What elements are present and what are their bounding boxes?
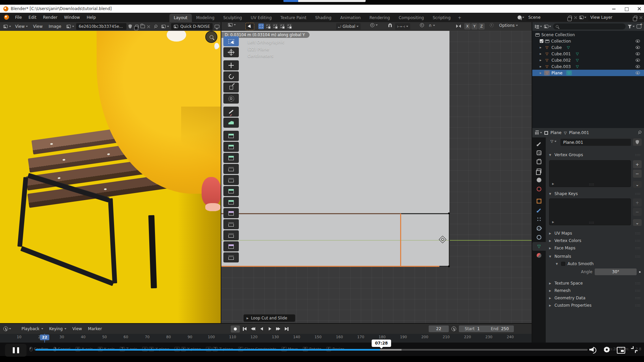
scene-browse-icon[interactable] [518, 15, 524, 19]
pivot-point-dropdown[interactable] [368, 23, 380, 27]
properties-tab-view-layer[interactable] [532, 167, 546, 175]
browse-image-icon[interactable] [64, 25, 76, 28]
panel-custom-properties[interactable]: ▶Custom Properties:::: [549, 302, 641, 309]
jump-to-start-button[interactable] [241, 325, 248, 333]
add-vertex-group-button[interactable]: + [633, 160, 642, 168]
breadcrumb-data[interactable]: Plane.001 [569, 130, 589, 135]
hide-eye-icon[interactable] [636, 40, 640, 43]
symmetry-z-button[interactable]: Z [478, 23, 485, 29]
hide-eye-icon[interactable] [636, 59, 640, 62]
properties-tab-material[interactable] [532, 251, 546, 260]
select-mode-new[interactable] [258, 23, 265, 30]
panel-uv-maps[interactable]: ▶UV Maps:::: [549, 230, 641, 237]
outliner-filter-icon[interactable] [628, 25, 635, 28]
expand-icon[interactable]: ▶ [540, 59, 542, 62]
tool-annotate[interactable] [223, 107, 239, 117]
quick-dnoise-button[interactable]: Quick D-NOISE [171, 23, 213, 30]
specials-icon[interactable]: ▶ [552, 182, 554, 185]
open-image-folder-icon[interactable] [140, 25, 146, 28]
timeline-menu-marker[interactable]: Marker [85, 325, 105, 332]
menu-window[interactable]: Window [61, 14, 83, 21]
panel-shape-keys[interactable]: ▼Shape Keys:::: [549, 190, 641, 197]
drag-grip[interactable]: :::: [635, 246, 641, 250]
tool-bevel[interactable] [223, 153, 239, 163]
panel-vertex-colors[interactable]: ▶Vertex Colors:::: [549, 237, 641, 244]
panel-texture-space[interactable]: ▶Texture Space:::: [549, 280, 641, 287]
video-mini-progress[interactable] [283, 0, 366, 2]
drag-grip[interactable]: :::: [635, 232, 641, 235]
hide-eye-icon[interactable] [636, 52, 640, 55]
tool-inset-faces[interactable] [223, 142, 239, 152]
tab-shading[interactable]: Shading [311, 14, 336, 22]
tab-compositing[interactable]: Compositing [394, 14, 428, 22]
vertex-groups-list[interactable]: ▶ :::: [549, 160, 631, 187]
menu-help[interactable]: Help [84, 14, 99, 21]
angle-value-field[interactable]: 30° [595, 268, 637, 275]
properties-tab-physics[interactable] [532, 224, 546, 233]
tool-select-box[interactable] [223, 36, 239, 46]
panel-normals[interactable]: ▼Normals:::: [549, 253, 641, 260]
timeline-menu-keying[interactable]: Keying [46, 325, 69, 332]
select-mode-intersect[interactable] [286, 23, 293, 30]
resize-grip[interactable]: :::: [589, 221, 594, 224]
expand-icon[interactable]: ▶ [540, 72, 542, 74]
properties-tab-constraints[interactable] [532, 233, 546, 242]
settings-gear-icon[interactable] [603, 346, 611, 354]
properties-tab-data[interactable]: ▽ [532, 242, 546, 251]
duplicate-image-icon[interactable] [134, 25, 140, 28]
image-name-field[interactable]: 6e2610bc3b33745e... [76, 23, 126, 30]
remove-shape-key-button[interactable]: − [633, 208, 642, 216]
view-layer-browse-icon[interactable] [579, 16, 586, 19]
tab-modeling[interactable]: Modeling [192, 14, 219, 22]
properties-tab-particles[interactable] [532, 215, 546, 224]
play-button[interactable] [266, 325, 273, 333]
properties-tab-output[interactable] [532, 158, 546, 166]
browse-mesh-icon[interactable]: ▽ [548, 139, 558, 143]
outliner-row[interactable]: Collection [532, 38, 644, 44]
timeline-divider[interactable] [0, 323, 532, 324]
tab-layout[interactable]: Layout [169, 14, 192, 22]
jump-to-end-button[interactable] [283, 325, 290, 333]
drag-grip[interactable]: :::: [635, 282, 641, 285]
snap-magnet-icon[interactable] [386, 23, 394, 27]
panel-divider[interactable] [532, 22, 532, 343]
tool-smooth[interactable] [223, 208, 239, 218]
delete-scene-icon[interactable] [574, 16, 577, 19]
mirror-symmetry-icon[interactable] [456, 24, 461, 28]
checkbox-icon[interactable] [540, 39, 543, 43]
tool-extrude-region[interactable] [223, 131, 239, 141]
outliner-row[interactable]: ▶▽Plane▽ [532, 70, 644, 76]
pause-button[interactable] [5, 344, 26, 357]
image-menu-view[interactable]: View [30, 23, 45, 30]
snap-gizmo-icon[interactable] [488, 23, 496, 27]
specials-icon[interactable]: ▶ [552, 221, 554, 224]
drag-grip[interactable]: :::: [635, 296, 641, 300]
outliner-display-mode-icon[interactable] [544, 25, 551, 28]
orientation-dropdown[interactable]: ⤾Global [336, 23, 361, 30]
outliner-row[interactable]: ▶▽Cube.002▽ [532, 57, 644, 63]
tool-poly-build[interactable] [223, 186, 239, 196]
add-workspace-button[interactable]: + [455, 14, 464, 22]
select-mode-subtract[interactable] [272, 23, 279, 30]
tool-edge-slide[interactable] [223, 219, 239, 229]
drag-grip[interactable]: :::: [635, 289, 641, 292]
frame-end-field[interactable]: End250 [486, 325, 514, 332]
minimize-button[interactable] [612, 7, 616, 11]
tool-spin[interactable] [223, 197, 239, 207]
snap-target-dropdown[interactable]: ⊢•⊣ [395, 23, 410, 30]
animate-dot[interactable] [639, 271, 641, 273]
proportional-falloff-dropdown[interactable]: ∩ [427, 23, 437, 28]
expand-icon[interactable]: ▶ [540, 46, 542, 49]
editor-type-outliner-icon[interactable] [535, 24, 542, 28]
properties-tab-modifiers[interactable] [532, 206, 546, 215]
properties-tab-object[interactable] [532, 197, 546, 205]
viewport-canvas[interactable]: D: 0.03104 m (0.03104 m) along global Y … [221, 31, 532, 324]
tool-rip-region[interactable] [223, 252, 239, 262]
tool-shrink-fatten[interactable] [223, 230, 239, 240]
video-progress-bar[interactable] [35, 349, 588, 351]
tool-loop-cut[interactable] [223, 164, 239, 174]
operator-panel[interactable]: ▶Loop Cut and Slide [244, 314, 295, 322]
pin-icon[interactable] [151, 24, 159, 28]
editor-type-image-icon[interactable] [1, 25, 13, 28]
delete-view-layer-icon[interactable] [639, 16, 643, 19]
